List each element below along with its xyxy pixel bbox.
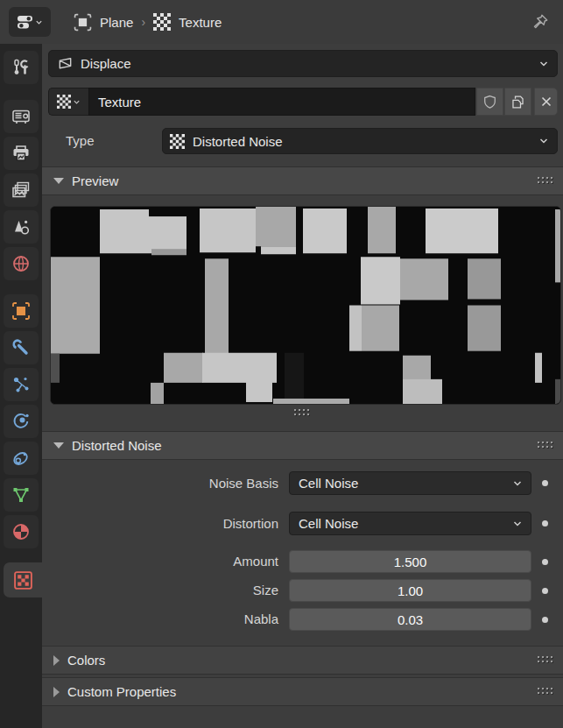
breadcrumb: Plane › Texture (74, 0, 222, 44)
sidebar-tab-scene[interactable] (4, 210, 39, 244)
breadcrumb-separator: › (141, 15, 145, 29)
sidebar-tab-tool[interactable] (4, 51, 39, 84)
texture-type-value: Distorted Noise (193, 134, 283, 149)
sidebar-tab-constraints[interactable] (4, 442, 39, 475)
texture-type-select[interactable]: Distorted Noise (162, 128, 558, 154)
panel-drag-grip[interactable] (538, 442, 555, 450)
blender-properties-editor: Plane › Texture (0, 0, 563, 728)
size-field[interactable]: 1.00 (289, 579, 531, 602)
panel-header-custom-properties[interactable]: Custom Properties (42, 677, 563, 706)
images-stack-icon (11, 180, 31, 200)
shield-icon (482, 95, 497, 110)
render-icon (11, 107, 31, 126)
properties-header: Plane › Texture (0, 0, 563, 44)
panel-title: Colors (67, 653, 105, 668)
editor-type-button[interactable] (9, 7, 51, 37)
amount-field[interactable]: 1.500 (289, 550, 531, 573)
noise-basis-value: Cell Noise (299, 476, 358, 491)
texture-icon (170, 134, 185, 149)
noise-basis-label: Noise Basis (42, 471, 278, 495)
id-type-menu[interactable] (48, 88, 88, 116)
chevron-down-icon (35, 18, 43, 26)
pin-icon[interactable] (531, 11, 551, 32)
chevron-down-icon (538, 59, 549, 69)
world-globe-icon (11, 254, 31, 273)
panel-title: Distorted Noise (72, 438, 162, 453)
panel-title: Custom Properties (67, 684, 176, 699)
wrench-icon (11, 338, 31, 357)
panel-drag-grip[interactable] (538, 177, 555, 186)
animate-dot[interactable] (542, 559, 548, 565)
texture-name-value: Texture (98, 95, 141, 110)
nabla-field[interactable]: 0.03 (289, 608, 531, 631)
noise-basis-select[interactable]: Cell Noise (289, 471, 531, 495)
distortion-value: Cell Noise (299, 516, 358, 531)
panel-header-colors[interactable]: Colors (42, 646, 563, 675)
panel-drag-grip[interactable] (538, 656, 555, 665)
distortion-label: Distortion (42, 512, 278, 535)
animate-dot[interactable] (542, 480, 548, 486)
mesh-data-icon (11, 485, 31, 505)
sidebar-tab-view-layer[interactable] (4, 173, 39, 207)
texture-user-select[interactable]: Displace (48, 50, 558, 77)
texture-icon (153, 13, 171, 31)
collapse-triangle-icon (53, 178, 64, 184)
object-square-icon (11, 301, 31, 321)
copy-icon (510, 95, 525, 110)
sidebar-tab-texture[interactable] (4, 562, 42, 597)
texture-user-value: Displace (81, 56, 131, 71)
chevron-down-icon (73, 98, 81, 106)
distortion-select[interactable]: Cell Noise (289, 512, 531, 535)
tool-icon (11, 58, 31, 77)
physics-orbit-icon (11, 412, 31, 431)
panel-title: Preview (72, 173, 118, 188)
texture-name-input[interactable]: Texture (88, 88, 475, 116)
breadcrumb-object[interactable]: Plane (100, 15, 133, 30)
preview-resize-grip[interactable] (42, 409, 563, 418)
collapse-triangle-icon (53, 687, 60, 697)
animate-dot[interactable] (542, 588, 548, 594)
texture-id-block: Texture (48, 88, 558, 116)
chevron-down-icon (512, 519, 523, 529)
texture-icon (57, 95, 71, 109)
panel-header-distorted-noise[interactable]: Distorted Noise (42, 431, 563, 460)
size-value: 1.00 (398, 583, 423, 598)
panel-drag-grip[interactable] (538, 688, 555, 696)
sidebar-tab-world[interactable] (4, 247, 39, 280)
sidebar-tab-object-data[interactable] (4, 478, 39, 512)
sidebar-tab-output[interactable] (4, 137, 39, 170)
collapse-triangle-icon (53, 655, 60, 666)
nabla-label: Nabla (42, 608, 278, 631)
fake-user-button[interactable] (476, 88, 503, 116)
sidebar-tab-material[interactable] (4, 515, 39, 548)
displace-modifier-icon (57, 55, 74, 72)
sidebar-tab-modifiers[interactable] (4, 331, 39, 364)
close-icon (540, 95, 552, 108)
unlink-button[interactable] (534, 88, 558, 116)
sidebar-tab-render[interactable] (4, 100, 39, 133)
chevron-down-icon (538, 136, 549, 146)
size-label: Size (42, 579, 278, 602)
panel-header-preview[interactable]: Preview (42, 166, 563, 195)
new-texture-button[interactable] (504, 88, 531, 116)
animate-dot[interactable] (542, 520, 548, 527)
sidebar-tab-particles[interactable] (4, 368, 39, 401)
properties-tab-bar (0, 44, 42, 728)
amount-value: 1.500 (394, 555, 427, 569)
particles-icon (11, 375, 31, 394)
chevron-down-icon (512, 478, 523, 489)
amount-label: Amount (42, 550, 278, 573)
properties-main-region: Displace Texture (42, 44, 563, 728)
sidebar-tab-object[interactable] (4, 294, 39, 328)
scene-icon (11, 217, 31, 237)
printer-icon (11, 144, 31, 163)
texture-preview (50, 206, 561, 405)
object-icon (74, 13, 92, 32)
constraint-icon (11, 449, 31, 468)
properties-editor-icon (17, 13, 34, 31)
sidebar-tab-physics[interactable] (4, 405, 39, 438)
animate-dot[interactable] (542, 617, 548, 623)
material-sphere-icon (11, 522, 31, 541)
breadcrumb-texture[interactable]: Texture (179, 15, 222, 30)
nabla-value: 0.03 (398, 612, 423, 627)
